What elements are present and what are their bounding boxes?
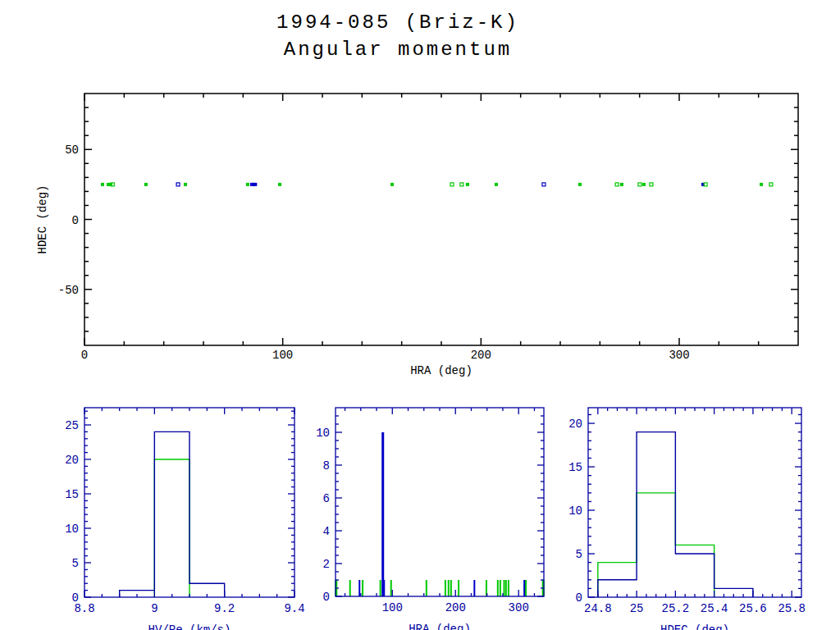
hist_hra-xlabel: HRA (deg) [409,623,471,630]
svg-text:9: 9 [151,602,158,615]
svg-text:9.2: 9.2 [214,602,235,615]
plot-page: 1994-085 (Briz-K) Angular momentum 01002… [0,0,840,630]
svg-text:20: 20 [568,418,582,431]
svg-text:25.4: 25.4 [701,602,728,615]
svg-text:200: 200 [445,601,466,614]
svg-text:4: 4 [323,525,330,538]
hist_hdec-green-steps [598,493,714,597]
svg-text:0: 0 [323,591,330,604]
hist_hdec-xlabel: HDEC (deg) [660,623,729,630]
svg-text:10: 10 [316,427,330,440]
svg-text:100: 100 [382,601,403,614]
svg-text:5: 5 [72,557,79,570]
svg-text:15: 15 [65,488,79,501]
hist_hra-plot: 1002003000246810HRA (deg) [316,408,544,630]
hist_hv-blue-steps [120,431,225,597]
svg-text:6: 6 [323,492,330,505]
svg-text:0: 0 [72,591,79,605]
svg-text:20: 20 [65,454,79,467]
hist_hv-xlabel: HV/Re (km/s) [148,623,231,630]
svg-text:200: 200 [471,349,491,362]
svg-text:24.8: 24.8 [584,602,612,615]
hist_hra-ticks [336,408,544,596]
hist_hv-data [120,431,225,597]
hist_hdec-blue-steps [598,432,753,597]
svg-text:300: 300 [669,349,689,362]
scatter-tick-labels: 0100200300-50050 [58,144,690,362]
svg-text:5: 5 [576,548,582,561]
scatter-data [101,183,773,186]
svg-text:100: 100 [272,349,293,362]
scatter-ticks [84,94,798,345]
hist_hv-tick-labels: 8.899.29.40510152025 [65,419,304,615]
svg-text:8: 8 [323,459,330,472]
svg-text:0: 0 [576,591,582,605]
scatter-xlabel: HRA (deg) [410,364,472,377]
svg-text:0: 0 [72,214,79,227]
svg-text:25: 25 [630,602,644,615]
scatter-ylabel: HDEC (deg) [36,185,49,253]
svg-text:25.2: 25.2 [662,602,690,615]
hist_hdec-frame [588,408,801,597]
hist_hdec-tick-labels: 24.82525.225.425.625.805101520 [568,418,806,615]
hist_hdec-data [598,432,753,597]
hist_hdec-plot: 24.82525.225.425.625.805101520HDEC (deg) [568,408,806,630]
svg-text:2: 2 [323,558,330,571]
scatter-plot: 0100200300-50050HRA (deg)HDEC (deg) [36,94,798,377]
hist_hv-green-steps [154,459,189,597]
svg-text:15: 15 [568,461,582,474]
svg-text:0: 0 [81,349,88,362]
hist_hv-plot: 8.899.29.40510152025HV/Re (km/s) [65,408,304,630]
svg-text:50: 50 [65,144,79,157]
scatter-frame [84,94,798,345]
svg-text:-50: -50 [58,284,79,297]
svg-text:25.8: 25.8 [778,602,806,615]
svg-text:10: 10 [65,523,79,536]
hist_hra-data [336,432,543,596]
svg-text:300: 300 [509,601,529,614]
svg-text:25.6: 25.6 [739,602,767,615]
angular-momentum-plots: 0100200300-50050HRA (deg)HDEC (deg)8.899… [0,0,840,630]
hist_hdec-ticks [588,408,801,597]
svg-text:10: 10 [568,504,582,518]
svg-text:9.4: 9.4 [284,602,304,615]
svg-text:25: 25 [65,419,79,432]
hist_hra-frame [336,408,544,596]
